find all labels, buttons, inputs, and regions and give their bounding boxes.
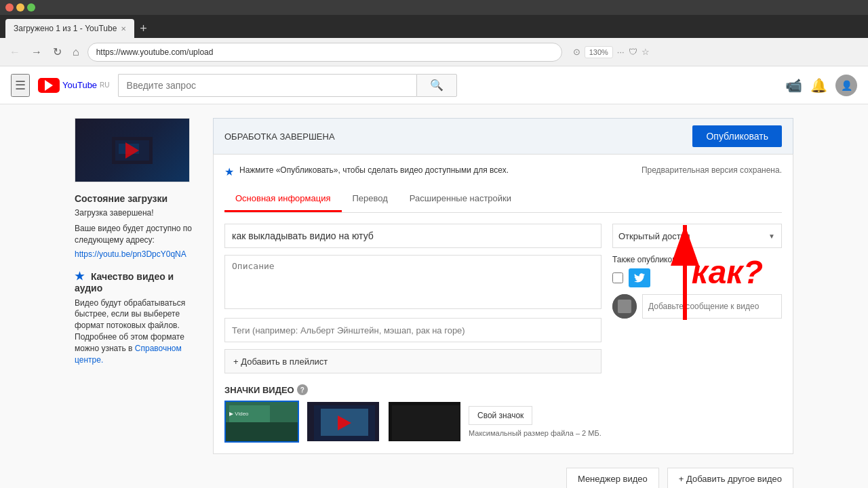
tab-title: Загружено 1 из 1 - YouTube [14, 24, 117, 33]
form-header: ОБРАБОТКА ЗАВЕРШЕНА Опубликовать [213, 118, 793, 154]
info-text: Нажмите «Опубликовать», чтобы сделать ви… [239, 165, 509, 175]
hamburger-menu[interactable]: ☰ [11, 74, 30, 97]
info-star-icon: ★ [224, 165, 234, 178]
youtube-logo-text: YouTube [62, 80, 97, 90]
twitter-button[interactable] [629, 268, 650, 287]
notifications-button[interactable]: 🔔 [810, 77, 827, 94]
tab-bar: Загружено 1 из 1 - YouTube ✕ + [0, 15, 868, 38]
search-input[interactable] [118, 74, 416, 97]
thumb-bg-2 [307, 402, 379, 441]
thumbnails-help-icon[interactable]: ? [297, 384, 308, 395]
form-tabs: Основная информация Перевод Расширенные … [224, 186, 782, 213]
quality-star-icon: ★ [75, 270, 84, 282]
play-icon [45, 80, 53, 91]
form-left: + Добавить в плейлист [224, 224, 601, 373]
tab-translation[interactable]: Перевод [342, 186, 399, 212]
video-manager-button[interactable]: Менеджер видео [566, 468, 659, 488]
address-icons: ⊙ 130% ··· 🛡 ☆ [573, 46, 650, 58]
max-size-text: Максимальный размер файла – 2 МБ. [469, 429, 601, 437]
forward-button[interactable]: → [28, 43, 45, 61]
shield-icon: 🛡 [629, 47, 637, 57]
svg-rect-7 [618, 300, 631, 313]
minimize-dot[interactable] [16, 3, 24, 12]
description-textarea[interactable] [224, 255, 601, 309]
red-arrow-svg [658, 218, 712, 327]
thumb-placeholder [75, 119, 189, 182]
youtube-header: ☰ YouTubeRU 🔍 📹 🔔 👤 [0, 66, 868, 104]
thumbnail-3[interactable] [387, 401, 462, 443]
tab-basic-info[interactable]: Основная информация [224, 186, 342, 212]
thumb-options: Свой значок Максимальный размер файла – … [469, 406, 601, 437]
thumbnails-label: ЗНАЧКИ ВИДЕО ? [224, 384, 782, 395]
zoom-level: 130% [585, 46, 613, 58]
browser-dots [5, 3, 35, 12]
upload-icon-button[interactable]: 📹 [785, 77, 802, 94]
twitter-checkbox[interactable] [612, 272, 623, 283]
browser-chrome [0, 0, 868, 15]
main-wrapper: как? Состояние загрузки Загрузка заверше… [0, 118, 868, 488]
svg-rect-17 [392, 405, 460, 441]
active-tab[interactable]: Загружено 1 из 1 - YouTube ✕ [5, 19, 134, 38]
upload-status-title: Состояние загрузки [75, 193, 197, 204]
back-button[interactable]: ← [7, 43, 23, 61]
info-row: ★ Нажмите «Опубликовать», чтобы сделать … [224, 165, 782, 178]
upload-link[interactable]: https://youtu.be/pn3DpcY0qNA [75, 249, 186, 259]
header-icons: 📹 🔔 👤 [785, 75, 857, 96]
quality-title: ★ Качество видео и аудио [75, 270, 197, 293]
bottom-actions: Менеджер видео + Добавить другое видео [213, 468, 793, 488]
new-tab-button[interactable]: + [134, 19, 153, 38]
tab-advanced[interactable]: Расширенные настройки [399, 186, 522, 212]
social-avatar [612, 294, 637, 319]
close-dot[interactable] [5, 3, 14, 12]
reader-icon: ⊙ [573, 47, 580, 57]
title-input[interactable] [224, 224, 601, 248]
add-video-button[interactable]: + Добавить другое видео [667, 468, 793, 488]
upload-done-text: Загрузка завершена! [75, 208, 197, 218]
address-bar: ← → ↻ ⌂ ⊙ 130% ··· 🛡 ☆ [0, 38, 868, 66]
home-button[interactable]: ⌂ [70, 43, 82, 61]
thumbnail-2[interactable] [306, 401, 380, 443]
form-status-label: ОБРАБОТКА ЗАВЕРШЕНА [224, 131, 335, 142]
refresh-button[interactable]: ↻ [50, 43, 64, 61]
search-button[interactable]: 🔍 [416, 74, 457, 97]
thumbs-row: ▶ Video [224, 401, 782, 443]
custom-thumbnail-button[interactable]: Свой значок [469, 406, 532, 425]
svg-text:▶ Video: ▶ Video [229, 411, 249, 417]
arrow-annotation [658, 218, 712, 329]
youtube-logo-ru: RU [100, 81, 109, 89]
preview-saved-text: Предварительная версия сохранена. [642, 165, 782, 175]
youtube-logo-icon [38, 78, 60, 93]
add-playlist-button[interactable]: + Добавить в плейлист [224, 349, 601, 373]
upload-desc: Ваше видео будет доступно по следующему … [75, 223, 197, 246]
thumb-bg-1: ▶ Video [226, 402, 298, 441]
tab-close-icon[interactable]: ✕ [121, 25, 126, 33]
maximize-dot[interactable] [27, 3, 35, 12]
search-bar: 🔍 [118, 74, 457, 97]
star-icon[interactable]: ☆ [642, 47, 650, 57]
user-avatar[interactable]: 👤 [835, 75, 857, 96]
thumb-bg-3 [389, 402, 460, 441]
address-input[interactable] [87, 43, 562, 62]
thumbnail-1[interactable]: ▶ Video [224, 401, 299, 443]
publish-button[interactable]: Опубликовать [692, 125, 782, 147]
thumbnails-section: ЗНАЧКИ ВИДЕО ? ▶ Video [224, 384, 782, 443]
svg-rect-9 [226, 422, 299, 443]
upload-status: Состояние загрузки Загрузка завершена! В… [75, 193, 197, 259]
more-icon[interactable]: ··· [617, 47, 625, 57]
tags-input[interactable] [224, 318, 601, 342]
quality-desc: Видео будут обрабатываться быстрее, если… [75, 298, 197, 366]
video-panel: Состояние загрузки Загрузка завершена! В… [75, 118, 197, 488]
video-thumbnail [75, 118, 190, 182]
youtube-logo[interactable]: YouTubeRU [38, 78, 110, 93]
